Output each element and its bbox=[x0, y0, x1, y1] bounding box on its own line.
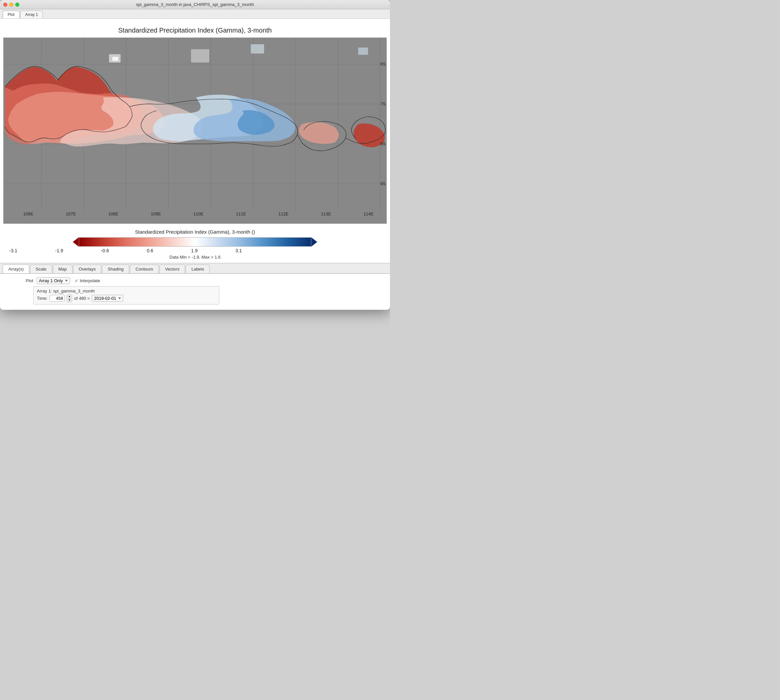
time-row: Time: ▲ ▼ of 480 = 2019-02-01 bbox=[37, 295, 216, 302]
map-area[interactable]: 6S 7S 8S 9S 106E 107E 108E 109E 110E 111… bbox=[3, 38, 387, 224]
controls-panel: Plot Array 1 Only ✓ Interpolate Array 1:… bbox=[0, 273, 390, 310]
svg-text:108E: 108E bbox=[108, 212, 118, 217]
colorbar-label-2: -0.6 bbox=[101, 248, 109, 253]
main-window: spi_gamma_3_month in java_CHIRPS_spi_gam… bbox=[0, 0, 390, 310]
colorbar-arrow-left bbox=[73, 237, 79, 247]
plot-container: Standardized Precipitation Index (Gamma)… bbox=[0, 18, 390, 263]
colorbar-section: Standardized Precipitation Index (Gamma)… bbox=[3, 224, 387, 263]
stepper-down-icon[interactable]: ▼ bbox=[67, 298, 72, 302]
btab-shading[interactable]: Shading bbox=[102, 265, 129, 273]
svg-text:8S: 8S bbox=[380, 141, 386, 146]
map-svg: 6S 7S 8S 9S 106E 107E 108E 109E 110E 111… bbox=[3, 38, 387, 224]
svg-rect-18 bbox=[358, 48, 368, 55]
svg-text:9S: 9S bbox=[380, 181, 386, 186]
svg-text:112E: 112E bbox=[278, 212, 289, 217]
plot-control-label: Plot bbox=[7, 278, 33, 283]
colorbar-gradient bbox=[79, 237, 311, 247]
svg-text:111E: 111E bbox=[236, 212, 246, 217]
svg-text:6S: 6S bbox=[380, 62, 386, 67]
array-info-box: Array 1: spi_gamma_3_month Time: ▲ ▼ of … bbox=[33, 286, 219, 305]
svg-rect-16 bbox=[191, 49, 209, 62]
svg-text:114E: 114E bbox=[363, 212, 374, 217]
colorbar-label-3: 0.6 bbox=[147, 248, 153, 253]
time-label: Time: bbox=[37, 296, 48, 301]
close-button[interactable] bbox=[3, 3, 7, 7]
svg-rect-17 bbox=[251, 44, 264, 53]
interpolate-check: ✓ Interpolate bbox=[75, 278, 100, 283]
plot-select[interactable]: Array 1 Only bbox=[37, 277, 70, 284]
tab-array1[interactable]: Array 1 bbox=[20, 11, 43, 18]
svg-text:106E: 106E bbox=[23, 212, 33, 217]
tab-plot[interactable]: Plot bbox=[3, 11, 20, 18]
colorbar-arrow-right bbox=[311, 237, 317, 247]
svg-text:7S: 7S bbox=[380, 102, 386, 107]
plot-title: Standardized Precipitation Index (Gamma)… bbox=[3, 22, 387, 38]
stepper-up-icon[interactable]: ▲ bbox=[67, 295, 72, 298]
svg-text:113E: 113E bbox=[321, 212, 331, 217]
colorbar-label-row: -3.1 -1.9 -0.6 0.6 1.9 3.1 bbox=[9, 248, 242, 253]
svg-rect-15 bbox=[112, 57, 118, 61]
btab-scale[interactable]: Scale bbox=[30, 265, 52, 273]
btab-map[interactable]: Map bbox=[53, 265, 72, 273]
colorbar-label-5: 3.1 bbox=[236, 248, 242, 253]
time-stepper[interactable]: ▲ ▼ bbox=[67, 295, 72, 302]
colorbar-data-info: Data Min = -1.9, Max = 1.6 bbox=[3, 255, 387, 260]
traffic-lights bbox=[3, 3, 19, 7]
colorbar-wrap bbox=[3, 237, 387, 247]
titlebar: spi_gamma_3_month in java_CHIRPS_spi_gam… bbox=[0, 0, 390, 9]
colorbar-label-4: 1.9 bbox=[191, 248, 197, 253]
checkmark-icon: ✓ bbox=[75, 278, 78, 283]
colorbar-label-1: -1.9 bbox=[55, 248, 63, 253]
btab-vectors[interactable]: Vectors bbox=[160, 265, 185, 273]
colorbar-title: Standardized Precipitation Index (Gamma)… bbox=[3, 229, 387, 235]
btab-labels[interactable]: Labels bbox=[186, 265, 210, 273]
svg-text:107E: 107E bbox=[66, 212, 76, 217]
top-tab-bar: Plot Array 1 bbox=[0, 9, 390, 18]
time-input[interactable] bbox=[50, 295, 65, 302]
time-of-label: of 480 = bbox=[74, 296, 90, 301]
bottom-tab-bar: Array(s) Scale Map Overlays Shading Cont… bbox=[0, 263, 390, 273]
svg-text:109E: 109E bbox=[151, 212, 161, 217]
window-title: spi_gamma_3_month in java_CHIRPS_spi_gam… bbox=[136, 2, 254, 7]
plot-control-row: Plot Array 1 Only ✓ Interpolate bbox=[7, 277, 383, 284]
colorbar-label-0: -3.1 bbox=[9, 248, 17, 253]
btab-contours[interactable]: Contours bbox=[130, 265, 159, 273]
array-info-name: Array 1: spi_gamma_3_month bbox=[37, 288, 216, 293]
minimize-button[interactable] bbox=[9, 3, 13, 7]
interpolate-label: Interpolate bbox=[80, 278, 100, 283]
btab-arrays[interactable]: Array(s) bbox=[3, 265, 29, 273]
svg-text:110E: 110E bbox=[193, 212, 204, 217]
date-select[interactable]: 2019-02-01 bbox=[92, 295, 123, 302]
maximize-button[interactable] bbox=[15, 3, 19, 7]
btab-overlays[interactable]: Overlays bbox=[73, 265, 101, 273]
